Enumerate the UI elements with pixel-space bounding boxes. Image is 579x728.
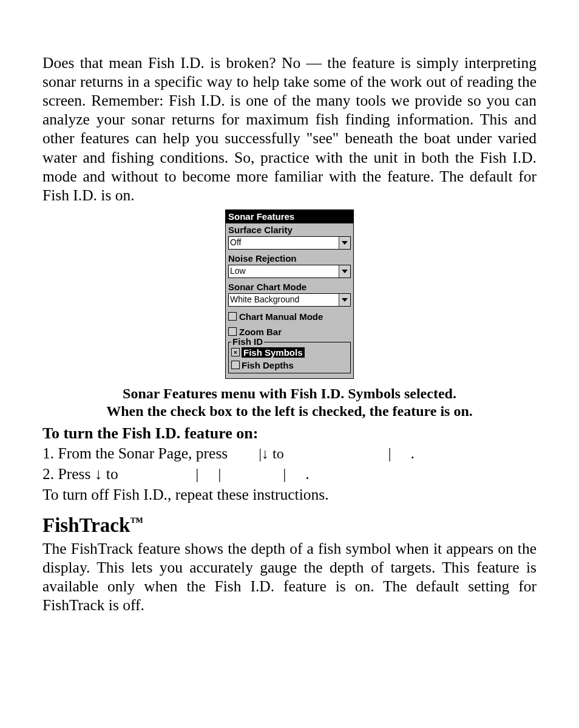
down-arrow-icon: |↓ to: [259, 446, 287, 461]
noise-rejection-label: Noise Rejection: [226, 252, 353, 265]
sonar-chart-mode-value: White Background: [229, 294, 339, 306]
fish-id-group: Fish ID Fish Symbols Fish Depths: [228, 342, 351, 373]
checkbox-checked-icon[interactable]: [231, 348, 240, 356]
turn-on-heading: To turn the Fish I.D. feature on:: [42, 424, 537, 443]
turn-off-note: To turn off Fish I.D., repeat these inst…: [42, 485, 537, 505]
caption-line-2: When the check box to the left is checke…: [106, 403, 473, 419]
step-1: 1. From the Sonar Page, press |↓ to | .: [42, 444, 537, 463]
noise-rejection-dropdown[interactable]: Low: [228, 265, 351, 278]
trademark-icon: ™: [130, 514, 143, 529]
page: Does that mean Fish I.D. is broken? No —…: [0, 0, 579, 615]
noise-rejection-value: Low: [229, 265, 339, 277]
checkbox-unchecked-icon[interactable]: [231, 361, 240, 369]
checkbox-unchecked-icon[interactable]: [228, 312, 237, 321]
fish-symbols-row[interactable]: Fish Symbols: [231, 346, 348, 359]
chart-manual-mode-label: Chart Manual Mode: [239, 311, 323, 322]
fish-depths-label: Fish Depths: [242, 360, 294, 370]
fishtrack-heading: FishTrack™: [42, 514, 537, 537]
figure-caption: Sonar Features menu with Fish I.D. Symbo…: [42, 385, 537, 420]
chevron-down-icon[interactable]: [339, 294, 350, 306]
panel-title: Sonar Features: [226, 210, 353, 223]
figure-wrap: Sonar Features Surface Clarity Off Noise…: [42, 209, 537, 379]
surface-clarity-dropdown[interactable]: Off: [228, 236, 351, 250]
fish-id-legend: Fish ID: [231, 336, 264, 347]
fish-depths-row[interactable]: Fish Depths: [231, 359, 348, 372]
zoom-bar-label: Zoom Bar: [239, 327, 282, 337]
chevron-down-icon[interactable]: [339, 237, 350, 249]
surface-clarity-label: Surface Clarity: [226, 223, 353, 236]
checkbox-unchecked-icon[interactable]: [228, 327, 237, 336]
fish-symbols-label: Fish Symbols: [242, 347, 305, 358]
caption-line-1: Sonar Features menu with Fish I.D. Symbo…: [123, 386, 456, 401]
sonar-chart-mode-label: Sonar Chart Mode: [226, 281, 353, 293]
step-2: 2. Press ↓ to | | | .: [42, 464, 537, 484]
chart-manual-mode-row[interactable]: Chart Manual Mode: [226, 309, 353, 324]
sonar-features-panel: Sonar Features Surface Clarity Off Noise…: [225, 209, 354, 379]
surface-clarity-value: Off: [229, 237, 339, 249]
sonar-chart-mode-dropdown[interactable]: White Background: [228, 293, 351, 307]
fishtrack-paragraph: The FishTrack feature shows the depth of…: [42, 539, 537, 614]
chevron-down-icon[interactable]: [339, 265, 350, 277]
intro-paragraph: Does that mean Fish I.D. is broken? No —…: [42, 53, 537, 205]
